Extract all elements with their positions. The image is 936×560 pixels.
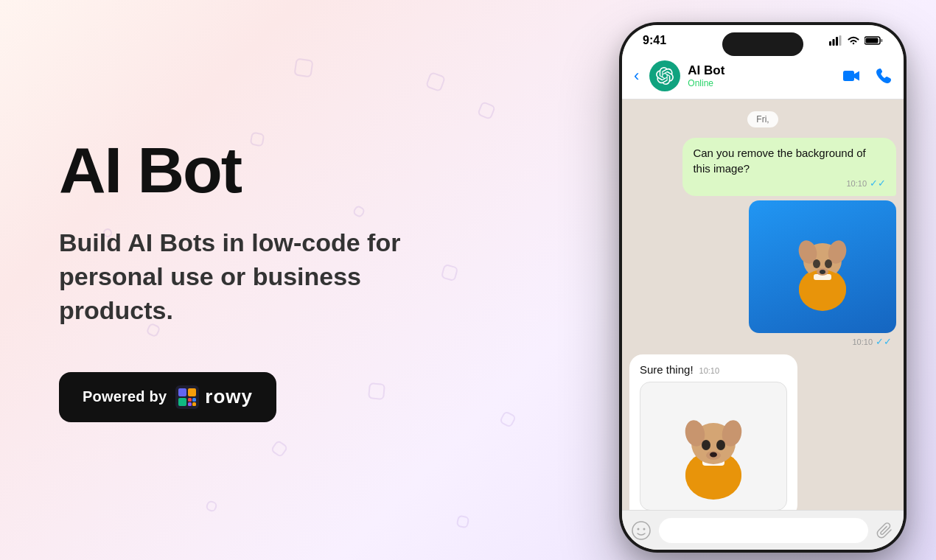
openai-icon — [656, 67, 674, 85]
chat-messages: Fri, Can you remove the background of th… — [622, 99, 904, 510]
back-button[interactable]: ‹ — [634, 66, 639, 85]
rowy-text: rowy — [205, 385, 253, 408]
svg-point-37 — [638, 528, 640, 530]
image-ticks-out: ✓✓ — [876, 336, 892, 347]
attach-icon[interactable] — [876, 521, 895, 540]
in-message-text: Sure thing! — [640, 362, 694, 377]
message-time: 10:10 — [846, 179, 867, 188]
image-time-out: 10:10 — [852, 337, 873, 346]
message-bubble-out-text: Can you remove the background of this im… — [682, 138, 896, 196]
svg-rect-13 — [881, 39, 883, 42]
svg-rect-2 — [188, 388, 196, 396]
video-call-icon[interactable] — [843, 69, 861, 83]
svg-point-35 — [710, 452, 717, 457]
svg-rect-7 — [192, 402, 196, 406]
phone-call-icon[interactable] — [876, 68, 892, 84]
svg-point-33 — [716, 440, 725, 450]
chat-name: AI Bot — [688, 63, 836, 78]
svg-point-36 — [632, 522, 650, 539]
rowy-logo: rowy — [175, 385, 253, 409]
chat-actions — [843, 68, 892, 84]
status-icons — [829, 35, 883, 46]
svg-point-38 — [643, 528, 646, 530]
chat-status: Online — [688, 78, 836, 88]
svg-rect-6 — [188, 402, 192, 406]
dynamic-island — [722, 32, 803, 56]
dog-image-svg — [771, 208, 874, 326]
powered-by-label: Powered by — [83, 388, 167, 405]
rowy-icon — [175, 385, 199, 409]
svg-rect-4 — [188, 398, 192, 402]
svg-rect-14 — [866, 38, 879, 43]
phone-screen: 9:41 — [622, 25, 904, 550]
message-bubble-in: Sure thing! 10:10 — [629, 354, 797, 510]
svg-point-32 — [702, 440, 710, 450]
svg-rect-3 — [178, 398, 186, 406]
chat-input-bar — [622, 510, 904, 550]
message-image-out: 10:10 ✓✓ — [749, 200, 896, 350]
svg-rect-8 — [829, 41, 831, 46]
wifi-icon — [847, 35, 860, 46]
message-ticks: ✓✓ — [870, 178, 886, 189]
in-message-time: 10:10 — [699, 366, 720, 375]
in-text-row: Sure thing! 10:10 — [640, 362, 787, 377]
svg-rect-9 — [833, 39, 835, 46]
svg-rect-1 — [178, 388, 186, 396]
hero-subtitle: Build AI Bots in low-code for personal u… — [59, 226, 442, 328]
message-input[interactable] — [659, 518, 868, 543]
response-image — [640, 382, 787, 510]
signal-icon — [829, 35, 842, 46]
emoji-icon[interactable] — [631, 520, 652, 541]
hero-title: AI Bot — [59, 138, 501, 203]
svg-point-23 — [825, 259, 832, 268]
chat-header: ‹ AI Bot Online — [622, 53, 904, 99]
dog-response-svg — [654, 388, 772, 505]
powered-by-button[interactable]: Powered by rowy — [59, 372, 276, 422]
chat-info: AI Bot Online — [688, 63, 836, 88]
status-time: 9:41 — [643, 34, 666, 47]
message-text: Can you remove the background of this im… — [693, 145, 886, 176]
svg-point-22 — [813, 259, 820, 268]
message-meta: 10:10 ✓✓ — [693, 178, 886, 189]
svg-rect-11 — [839, 35, 842, 46]
svg-rect-15 — [843, 71, 854, 81]
battery-icon — [865, 35, 883, 46]
image-meta-out: 10:10 ✓✓ — [749, 335, 896, 350]
phone-mockup: 9:41 — [619, 22, 907, 553]
date-label: Fri, — [747, 111, 778, 127]
chat-avatar — [649, 60, 680, 91]
svg-point-25 — [820, 270, 825, 274]
svg-rect-10 — [836, 37, 838, 46]
left-panel: AI Bot Build AI Bots in low-code for per… — [59, 0, 501, 560]
svg-rect-5 — [192, 398, 196, 402]
phone-frame: 9:41 — [619, 22, 907, 553]
